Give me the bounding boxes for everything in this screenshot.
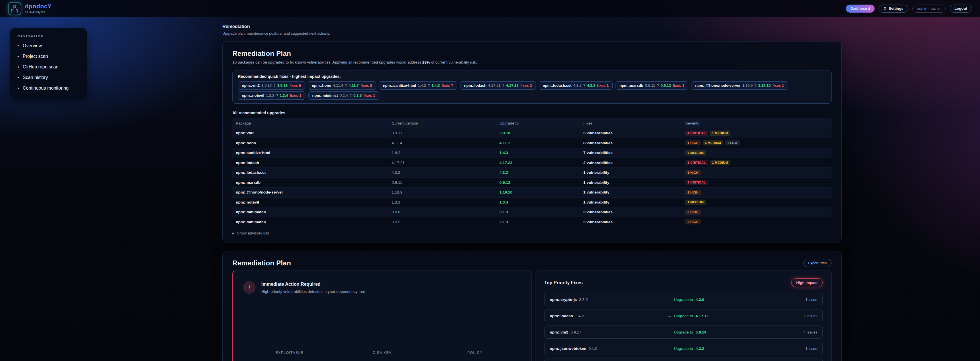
detail-card-header: Remediation Plan Export Plan bbox=[232, 259, 832, 267]
severity-badge-high: 1 HIGH bbox=[685, 140, 701, 146]
package-name: npm::lodash bbox=[550, 314, 573, 318]
bullet-icon: • bbox=[18, 65, 19, 69]
cell-current-version: 1.4.2 bbox=[388, 150, 496, 155]
cell-upgrade-to: 4.17.23 bbox=[496, 161, 580, 165]
chip-current-version: 1.4.2 bbox=[418, 83, 426, 88]
column-header-upgrade-to: Upgrade to bbox=[496, 121, 580, 125]
sidebar-item-overview[interactable]: •Overview bbox=[18, 43, 80, 48]
issue-count: 2 issues bbox=[803, 314, 817, 318]
chip-current-version: 4.17.21 bbox=[488, 83, 501, 88]
remediation-plan-card: Remediation Plan 10 packages can be upgr… bbox=[222, 41, 842, 242]
chip-separator: ? bbox=[657, 83, 659, 88]
priority-fix-item[interactable]: npm::lodash2.4.2→Upgrade to 4.17.122 iss… bbox=[544, 309, 823, 322]
table-row[interactable]: npm::marsdb0.6.110.6.121 vulnerability1 … bbox=[232, 178, 832, 188]
page-subtitle: Upgrade plan, maintenance posture, and s… bbox=[222, 31, 842, 35]
table-row[interactable]: npm::sanitize-html1.4.21.4.37 vulnerabil… bbox=[232, 148, 832, 158]
chip-fixes-count: fixes 7 bbox=[442, 83, 453, 88]
package-name: npm::jsonwebtoken bbox=[550, 347, 587, 351]
cell-current-version: 3.0.8 bbox=[388, 210, 496, 214]
chip-current-version: 4.11.4 bbox=[333, 83, 343, 88]
immediate-action-header: ! Immediate Action Required High-priorit… bbox=[243, 281, 522, 294]
bullet-icon: • bbox=[18, 54, 19, 59]
chip-fixes-count: fixes 5 bbox=[290, 83, 301, 88]
detail-card-title: Remediation Plan bbox=[232, 259, 291, 267]
chip-target-version: 3.9.18 bbox=[277, 83, 288, 88]
show-advisory-ids-toggle[interactable]: ▶ Show advisory IDs bbox=[232, 231, 832, 235]
sidebar-item-continuous-monitoring[interactable]: •Continuous monitoring bbox=[18, 86, 80, 91]
column-header-current-version: Current version bbox=[388, 121, 496, 125]
chip-target-version: 4.17.23 bbox=[506, 83, 519, 88]
remediation-plan-description: 10 packages can be upgraded to fix known… bbox=[232, 60, 832, 65]
cell-fixes: 1 vulnerability bbox=[580, 200, 682, 204]
cell-package: npm::notevil bbox=[232, 200, 388, 204]
bullet-icon: • bbox=[18, 43, 19, 48]
brand: dpndncY SCA Analyzer bbox=[8, 2, 52, 15]
logout-button[interactable]: Logout bbox=[950, 5, 972, 13]
cell-current-version: 0.6.11 bbox=[388, 180, 496, 185]
priority-fix-item[interactable]: npm::jsonwebtoken0.1.0→Upgrade to 4.2.21… bbox=[544, 358, 823, 361]
cell-severity: 1 CRITICAL bbox=[682, 180, 832, 185]
upgrade-target-version: 3.9.19 bbox=[696, 330, 706, 334]
quickfix-chip-npm-lodash[interactable]: npm::lodash4.17.21?4.17.23fixes 2 bbox=[460, 81, 536, 90]
table-row[interactable]: npm::lodash.set4.3.24.3.31 vulnerability… bbox=[232, 168, 832, 178]
chip-fixes-count: fixes 2 bbox=[520, 83, 531, 88]
priority-fix-item[interactable]: npm::jsonwebtoken0.1.0→Upgrade to 4.2.21… bbox=[544, 342, 823, 355]
topbar-actions: Dashboard ⚙Settings admin - owner Logout bbox=[846, 5, 972, 13]
quickfix-chip-npm-hono-node-server[interactable]: npm::@hono/node-server1.19.9?1.19.10fixe… bbox=[691, 81, 788, 90]
table-row[interactable]: npm::vm23.9.173.9.185 vulnerabilities4 C… bbox=[232, 128, 832, 138]
table-row[interactable]: npm::notevil1.3.31.3.41 vulnerability1 M… bbox=[232, 198, 832, 207]
gear-icon: ⚙ bbox=[883, 6, 887, 11]
table-row[interactable]: npm::minimatch3.0.53.1.33 vulnerabilitie… bbox=[232, 217, 832, 227]
priority-fixes-header: Top Priority Fixes High Impact bbox=[544, 278, 823, 287]
main-content: Remediation Upgrade plan, maintenance po… bbox=[222, 17, 842, 361]
cell-current-version: 1.3.3 bbox=[388, 200, 496, 204]
cell-fixes: 1 vulnerability bbox=[580, 170, 682, 175]
quickfix-chip-npm-vm2[interactable]: npm::vm23.9.17?3.9.18fixes 5 bbox=[238, 81, 305, 90]
cell-package: npm::minimatch bbox=[232, 220, 388, 224]
chip-current-version: 3.9.17 bbox=[261, 83, 272, 88]
cell-upgrade-to: 3.9.18 bbox=[496, 131, 580, 135]
quickfix-chip-npm-notevil[interactable]: npm::notevil1.3.3?1.3.4fixes 1 bbox=[238, 91, 305, 100]
quickfix-chip-npm-sanitize-html[interactable]: npm::sanitize-html1.4.2?1.4.3fixes 7 bbox=[379, 81, 457, 90]
chip-current-version: 1.3.3 bbox=[266, 93, 274, 98]
quickfix-chip-npm-lodash-set[interactable]: npm::lodash.set4.3.2?4.3.3fixes 1 bbox=[539, 81, 612, 90]
chip-current-version: 0.6.11 bbox=[645, 83, 655, 88]
cell-package: npm::vm2 bbox=[232, 131, 388, 135]
package-version: 0.1.0 bbox=[589, 347, 597, 351]
upgrades-section-title: All recommended upgrades bbox=[232, 111, 832, 115]
sidebar-item-label: GitHub repo scan bbox=[23, 65, 59, 70]
table-row[interactable]: npm::minimatch3.0.83.1.33 vulnerabilitie… bbox=[232, 207, 832, 217]
immediate-action-text: Immediate Action Required High-priority … bbox=[261, 281, 366, 294]
chip-separator: ? bbox=[583, 83, 585, 88]
cell-package: npm::@hono/node-server bbox=[232, 190, 388, 195]
chip-package-name: npm::vm2 bbox=[242, 83, 259, 88]
quickfix-chip-npm-hono[interactable]: npm::hono4.11.4?4.11.7fixes 8 bbox=[308, 81, 376, 90]
quickfix-chip-npm-marsdb[interactable]: npm::marsdb0.6.11?0.6.12fixes 1 bbox=[616, 81, 688, 90]
table-row[interactable]: npm::lodash4.17.214.17.232 vulnerabiliti… bbox=[232, 158, 832, 168]
footer-label-exploitable: EXPLOITABLE bbox=[243, 351, 336, 355]
chip-separator: ? bbox=[345, 83, 347, 88]
upgrade-to-label: Upgrade to bbox=[674, 347, 693, 351]
page-header: Remediation Upgrade plan, maintenance po… bbox=[222, 17, 842, 35]
table-row[interactable]: npm::hono4.11.44.11.78 vulnerabilities1 … bbox=[232, 138, 832, 148]
table-row[interactable]: npm::@hono/node-server1.19.91.19.101 vul… bbox=[232, 187, 832, 198]
severity-badge-medium: 1 MEDIUM bbox=[710, 131, 730, 136]
chip-current-version: 4.3.2 bbox=[573, 83, 581, 88]
cell-fixes: 7 vulnerabilities bbox=[580, 150, 682, 155]
priority-fix-item[interactable]: npm::crypto-js3.3.0→Upgrade to 4.2.01 is… bbox=[544, 293, 823, 306]
chip-separator: ? bbox=[350, 93, 352, 98]
sidebar-item-scan-history[interactable]: •Scan history bbox=[18, 75, 80, 80]
settings-button[interactable]: ⚙Settings bbox=[878, 5, 908, 13]
quickfix-chip-npm-minimist[interactable]: npm::minimist0.2.4?0.2.5fixes 1 bbox=[308, 91, 379, 100]
priority-fix-item[interactable]: npm::vm23.9.17→Upgrade to 3.9.194 issues bbox=[544, 326, 823, 339]
cell-package: npm::hono bbox=[232, 141, 388, 145]
sidebar-item-project-scan[interactable]: •Project scan bbox=[18, 54, 80, 59]
immediate-action-title: Immediate Action Required bbox=[261, 282, 366, 287]
chip-package-name: npm::minimist bbox=[312, 93, 338, 98]
export-plan-button[interactable]: Export Plan bbox=[803, 259, 832, 267]
upgrade-target-version: 4.2.2 bbox=[696, 347, 704, 351]
sidebar-item-github-repo-scan[interactable]: •GitHub repo scan bbox=[18, 65, 80, 70]
dashboard-button[interactable]: Dashboard bbox=[846, 5, 875, 13]
upgrade-target-version: 4.2.0 bbox=[696, 298, 704, 302]
app-background: { "colors": { "accent_green": "#3ddc84",… bbox=[0, 0, 980, 361]
